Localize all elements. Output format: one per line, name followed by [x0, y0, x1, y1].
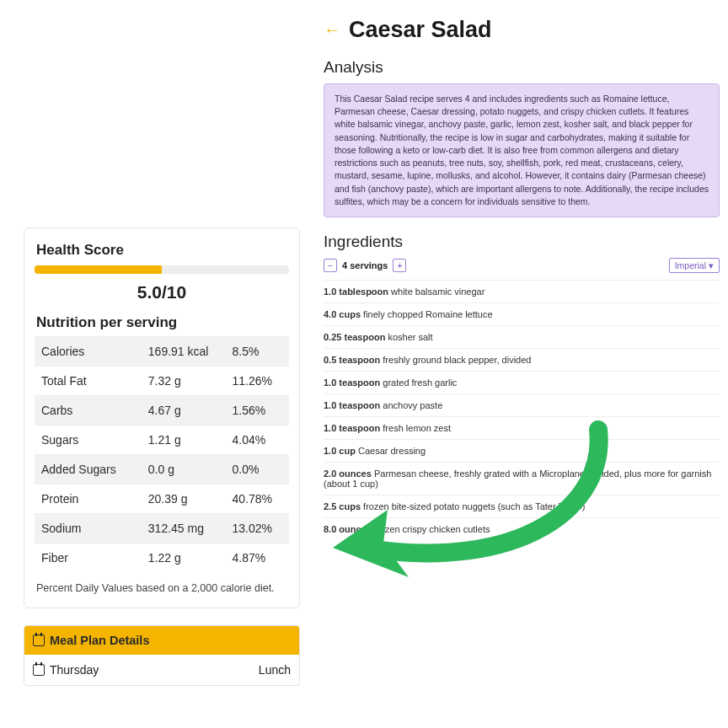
- back-arrow-icon[interactable]: ←: [324, 20, 340, 40]
- unit-toggle-button[interactable]: Imperial ▾: [669, 258, 720, 273]
- list-item: 0.5 teaspoon freshly ground black pepper…: [324, 348, 720, 371]
- table-row: Fiber1.22 g4.87%: [35, 543, 289, 573]
- list-item: 0.25 teaspoon kosher salt: [324, 325, 720, 348]
- list-item: 1.0 teaspoon fresh lemon zest: [324, 416, 720, 439]
- health-score-value: 5.0/10: [35, 282, 289, 302]
- nutrition-panel: Health Score 5.0/10 Nutrition per servin…: [24, 228, 300, 686]
- list-item: 1.0 teaspoon grated fresh garlic: [324, 371, 720, 393]
- meal-plan-row: Thursday Lunch: [24, 655, 299, 685]
- servings-label: 4 servings: [342, 260, 388, 270]
- list-item: 4.0 cups finely chopped Romaine lettuce: [324, 302, 720, 325]
- page-title: Caesar Salad: [349, 17, 492, 43]
- ingredients-controls: − 4 servings + Imperial ▾: [324, 258, 720, 273]
- health-score-bar: [35, 265, 289, 274]
- table-row: Total Fat7.32 g11.26%: [35, 367, 289, 396]
- health-card: Health Score 5.0/10 Nutrition per servin…: [24, 228, 300, 608]
- list-item: 2.0 ounces Parmesan cheese, freshly grat…: [324, 462, 720, 495]
- nutrition-table: Calories169.91 kcal8.5% Total Fat7.32 g1…: [35, 336, 289, 572]
- nutrition-footnote: Percent Daily Values based on a 2,000 ca…: [36, 582, 287, 594]
- meal-plan-heading: Meal Plan Details: [50, 634, 149, 647]
- table-row: Added Sugars0.0 g0.0%: [35, 455, 289, 484]
- meal-plan-box: Meal Plan Details Thursday Lunch: [24, 625, 300, 686]
- meal-plan-header[interactable]: Meal Plan Details: [24, 626, 299, 655]
- list-item: 1.0 teaspoon anchovy paste: [324, 393, 720, 416]
- unit-label: Imperial: [675, 260, 706, 270]
- chevron-down-icon: ▾: [709, 260, 714, 270]
- nutrition-per-serving-title: Nutrition per serving: [36, 314, 289, 331]
- recipe-panel: ← Caesar Salad Analysis This Caesar Sala…: [324, 17, 720, 540]
- analysis-text: This Caesar Salad recipe serves 4 and in…: [324, 83, 720, 217]
- list-item: 2.5 cups frozen bite-sized potato nugget…: [324, 495, 720, 517]
- ingredients-heading: Ingredients: [324, 233, 720, 251]
- table-row: Carbs4.67 g1.56%: [35, 396, 289, 426]
- analysis-heading: Analysis: [324, 58, 720, 77]
- meal-plan-meal: Lunch: [259, 663, 291, 677]
- ingredient-list: 1.0 tablespoon white balsamic vinegar 4.…: [324, 280, 720, 540]
- table-row: Calories169.91 kcal8.5%: [35, 337, 289, 367]
- list-item: 1.0 tablespoon white balsamic vinegar: [324, 280, 720, 302]
- meal-plan-day: Thursday: [50, 663, 99, 677]
- health-score-title: Health Score: [36, 242, 289, 259]
- health-score-fill: [35, 265, 162, 274]
- table-row: Protein20.39 g40.78%: [35, 484, 289, 514]
- table-row: Sugars1.21 g4.04%: [35, 426, 289, 455]
- calendar-icon: [33, 634, 45, 646]
- servings-minus-button[interactable]: −: [324, 259, 337, 272]
- title-row: ← Caesar Salad: [324, 17, 720, 43]
- table-row: Sodium312.45 mg13.02%: [35, 514, 289, 543]
- list-item: 8.0 ounces frozen crispy chicken cutlets: [324, 517, 720, 540]
- list-item: 1.0 cup Caesar dressing: [324, 439, 720, 462]
- calendar-icon: [33, 664, 45, 676]
- servings-plus-button[interactable]: +: [393, 259, 406, 272]
